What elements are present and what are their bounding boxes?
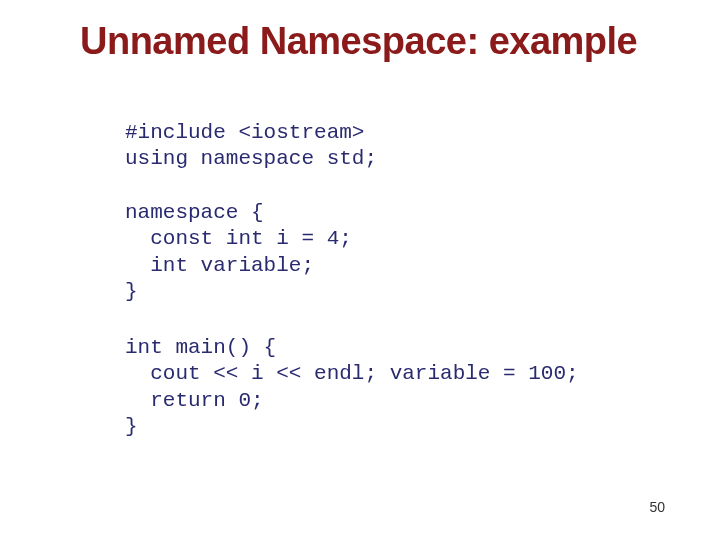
code-block-main: int main() { cout << i << endl; variable…	[125, 335, 579, 440]
code-block-includes: #include <iostream> using namespace std;	[125, 120, 377, 173]
slide-title: Unnamed Namespace: example	[80, 20, 637, 63]
page-number: 50	[649, 499, 665, 515]
code-block-namespace: namespace { const int i = 4; int variabl…	[125, 200, 352, 305]
